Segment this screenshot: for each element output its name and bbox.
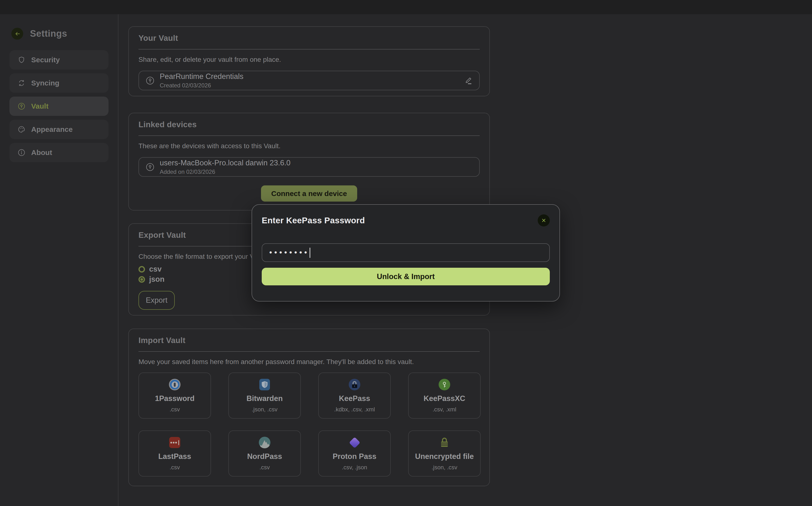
- close-icon: [541, 218, 547, 223]
- password-masked-value: ••••••••: [269, 249, 309, 256]
- text-cursor: [310, 248, 310, 258]
- close-button[interactable]: [538, 215, 550, 227]
- password-input[interactable]: ••••••••: [262, 243, 550, 262]
- unlock-import-button[interactable]: Unlock & Import: [262, 268, 550, 285]
- modal-header: Enter KeePass Password: [262, 215, 550, 227]
- keepass-password-modal: Enter KeePass Password •••••••• Unlock &…: [252, 204, 560, 302]
- modal-title: Enter KeePass Password: [262, 216, 365, 225]
